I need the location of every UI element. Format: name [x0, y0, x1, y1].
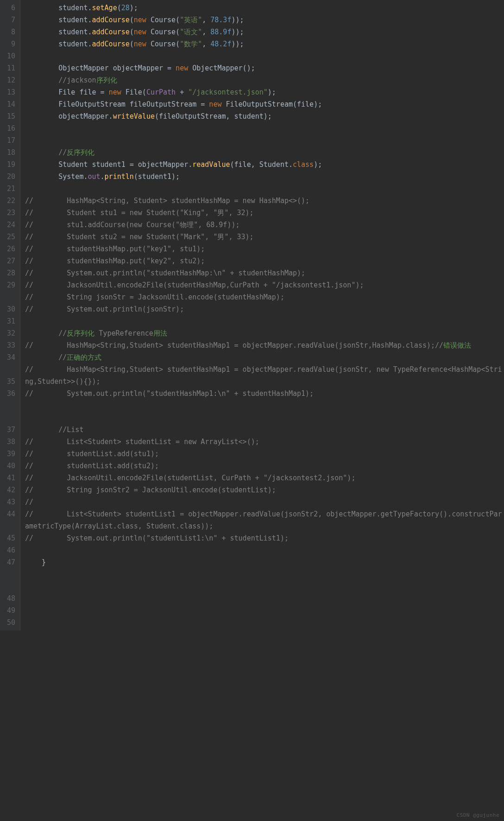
line-number: 41	[2, 472, 15, 484]
code-line[interactable]: // System.out.println("studentHashMap:\n…	[25, 267, 504, 279]
line-number: 32	[2, 327, 15, 339]
code-line[interactable]: student.setAge(28);	[25, 2, 504, 14]
line-number: 29	[2, 279, 15, 291]
code-line[interactable]: // studentList.add(stu2);	[25, 460, 504, 472]
code-line[interactable]: // studentList.add(stu1);	[25, 448, 504, 460]
line-number: 30	[2, 303, 15, 315]
line-number: 40	[2, 460, 15, 472]
code-line[interactable]: // studentHashMap.put("key2", stu2);	[25, 255, 504, 267]
line-number: 37	[2, 424, 15, 436]
line-number: 12	[2, 74, 15, 86]
line-number: 26	[2, 243, 15, 255]
code-line[interactable]: //正确的方式	[25, 351, 504, 363]
line-number: 20	[2, 171, 15, 183]
code-line[interactable]: // stu1.addCourse(new Course("物理", 68.9f…	[25, 219, 504, 231]
line-number: 25	[2, 231, 15, 243]
code-editor[interactable]: 6789101112131415161718192021222324252627…	[0, 0, 504, 630]
line-number: 24	[2, 219, 15, 231]
line-number: 9	[2, 38, 15, 50]
code-line[interactable]: // System.out.println("studentList1:\n" …	[25, 532, 504, 544]
line-number: 43	[2, 496, 15, 508]
line-number: 36	[2, 388, 15, 400]
code-line[interactable]: //jackson序列化	[25, 74, 504, 86]
line-number: 38	[2, 436, 15, 448]
line-number: 46	[2, 544, 15, 556]
code-line[interactable]	[25, 183, 504, 195]
code-line[interactable]: // JacksonUtil.encode2File(studentList, …	[25, 472, 504, 484]
code-line[interactable]	[25, 544, 504, 556]
code-line[interactable]: // JacksonUtil.encode2File(studentHashMa…	[25, 279, 504, 291]
line-number: 19	[2, 159, 15, 171]
code-line[interactable]: student.addCourse(new Course("英语", 78.3f…	[25, 14, 504, 26]
line-number: 10	[2, 50, 15, 62]
line-number: 42	[2, 484, 15, 496]
line-number: 44	[2, 508, 15, 520]
line-number: 7	[2, 14, 15, 26]
line-number: 18	[2, 146, 15, 159]
line-number: 28	[2, 267, 15, 279]
line-number: 21	[2, 183, 15, 195]
line-number: 22	[2, 195, 15, 207]
line-number: 34	[2, 351, 15, 363]
line-number-gutter: 6789101112131415161718192021222324252627…	[0, 0, 20, 630]
line-number: 47	[2, 556, 15, 568]
code-line[interactable]: //List	[25, 424, 504, 436]
code-line[interactable]: // HashMap<String, Student> studentHashM…	[25, 195, 504, 207]
line-number: 49	[2, 605, 15, 617]
code-line[interactable]: student.addCourse(new Course("数学", 48.2f…	[25, 38, 504, 50]
code-line[interactable]: // HashMap<String,Student> studentHashMa…	[25, 363, 504, 388]
line-number: 27	[2, 255, 15, 267]
line-number: 33	[2, 339, 15, 351]
code-area[interactable]: student.setAge(28); student.addCourse(ne…	[20, 0, 504, 630]
code-line[interactable]: //反序列化 TypeReference用法	[25, 327, 504, 339]
line-number: 6	[2, 2, 15, 14]
line-number: 17	[2, 134, 15, 146]
code-line[interactable]: }	[25, 556, 504, 568]
code-line[interactable]	[25, 400, 504, 412]
code-line[interactable]: //反序列化	[25, 146, 504, 159]
line-number: 13	[2, 86, 15, 98]
code-line[interactable]: // Student stu2 = new Student("Mark", "男…	[25, 231, 504, 243]
line-number: 14	[2, 98, 15, 110]
code-line[interactable]: FileOutputStream fileOutputStream = new …	[25, 98, 504, 110]
code-line[interactable]: // List<Student> studentList1 = objectMa…	[25, 508, 504, 532]
line-number: 39	[2, 448, 15, 460]
line-number: 48	[2, 592, 15, 605]
code-line[interactable]	[25, 412, 504, 424]
line-number: 45	[2, 532, 15, 544]
line-number: 31	[2, 315, 15, 327]
line-number: 15	[2, 110, 15, 122]
code-line[interactable]	[25, 122, 504, 134]
line-number: 8	[2, 26, 15, 38]
code-line[interactable]: // Student stu1 = new Student("King", "男…	[25, 207, 504, 219]
code-line[interactable]: // studentHashMap.put("key1", stu1);	[25, 243, 504, 255]
line-number: 35	[2, 375, 15, 388]
line-number: 23	[2, 207, 15, 219]
line-number: 16	[2, 122, 15, 134]
code-line[interactable]: Student student1 = objectMapper.readValu…	[25, 159, 504, 171]
code-line[interactable]: System.out.println(student1);	[25, 171, 504, 183]
line-number: 50	[2, 617, 15, 629]
code-line[interactable]: // List<Student> studentList = new Array…	[25, 436, 504, 448]
code-line[interactable]: ObjectMapper objectMapper = new ObjectMa…	[25, 62, 504, 74]
code-line[interactable]: // HashMap<String,Student> studentHashMa…	[25, 339, 504, 351]
code-line[interactable]	[25, 50, 504, 62]
code-line[interactable]: // String jsonStr = JacksonUtil.encode(s…	[25, 291, 504, 303]
code-line[interactable]: // String jsonStr2 = JacksonUtil.encode(…	[25, 484, 504, 496]
code-line[interactable]: //	[25, 496, 504, 508]
code-line[interactable]	[25, 134, 504, 146]
code-line[interactable]: // System.out.println("studentHashMap1:\…	[25, 388, 504, 400]
code-line[interactable]	[25, 315, 504, 327]
code-line[interactable]: // System.out.println(jsonStr);	[25, 303, 504, 315]
code-line[interactable]: File file = new File(CurPath + "/jackson…	[25, 86, 504, 98]
line-number: 11	[2, 62, 15, 74]
code-line[interactable]: student.addCourse(new Course("语文", 88.9f…	[25, 26, 504, 38]
code-line[interactable]: objectMapper.writeValue(fileOutputStream…	[25, 110, 504, 122]
